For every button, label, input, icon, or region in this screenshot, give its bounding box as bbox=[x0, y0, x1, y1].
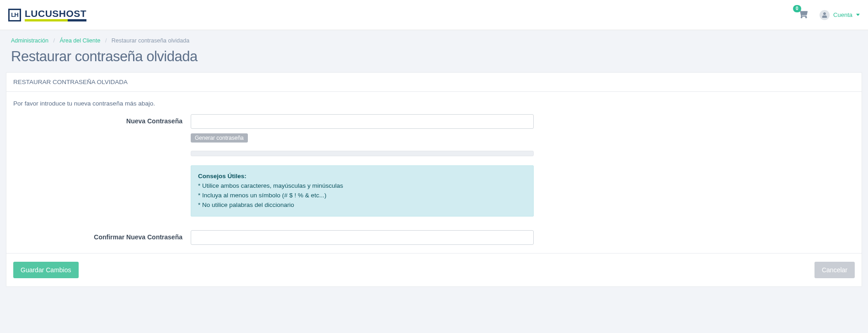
top-header: LH LUCUSHOST 0 Cuenta bbox=[0, 0, 868, 30]
tip-line-1: * Utilice ambos caracteres, mayúsculas y… bbox=[198, 182, 343, 189]
breadcrumb: Administración / Área del Cliente / Rest… bbox=[0, 30, 868, 45]
chevron-down-icon bbox=[856, 14, 860, 16]
panel-footer: Guardar Cambios Cancelar bbox=[6, 253, 862, 286]
account-label: Cuenta bbox=[833, 11, 852, 18]
breadcrumb-client-area[interactable]: Área del Cliente bbox=[59, 37, 100, 44]
user-icon bbox=[820, 10, 830, 20]
breadcrumb-current: Restaurar contraseña olvidada bbox=[112, 37, 189, 44]
logo-text: LUCUSHOST bbox=[25, 9, 86, 18]
tip-line-3: * No utilice palabras del diccionario bbox=[198, 201, 294, 208]
generate-password-button[interactable]: Generar contraseña bbox=[191, 133, 248, 143]
cancel-button[interactable]: Cancelar bbox=[814, 262, 855, 278]
logo-text-wrap: LUCUSHOST bbox=[25, 9, 86, 21]
tips-title: Consejos Útiles: bbox=[198, 173, 246, 180]
cart-button[interactable]: 0 bbox=[798, 10, 808, 20]
new-password-field-wrap: Generar contraseña Consejos Útiles: * Ut… bbox=[191, 114, 534, 217]
breadcrumb-separator: / bbox=[50, 37, 58, 44]
panel-heading: RESTAURAR CONTRASEÑA OLVIDADA bbox=[6, 73, 862, 92]
new-password-row: Nueva Contraseña Generar contraseña Cons… bbox=[13, 114, 855, 217]
page-title: Restaurar contraseña olvidada bbox=[0, 45, 868, 72]
account-dropdown[interactable]: Cuenta bbox=[820, 10, 860, 20]
logo[interactable]: LH LUCUSHOST bbox=[8, 9, 86, 21]
new-password-label: Nueva Contraseña bbox=[13, 114, 191, 217]
save-button[interactable]: Guardar Cambios bbox=[13, 262, 79, 278]
logo-mark: LH bbox=[8, 9, 21, 21]
password-strength-bar bbox=[191, 151, 534, 156]
tip-line-2: * Incluya al menos un símbolo (# $ ! % &… bbox=[198, 192, 327, 199]
breadcrumb-admin[interactable]: Administración bbox=[11, 37, 48, 44]
confirm-password-label: Confirmar Nueva Contraseña bbox=[13, 230, 191, 245]
confirm-password-input[interactable] bbox=[191, 230, 534, 245]
logo-underline bbox=[25, 19, 86, 21]
header-right: 0 Cuenta bbox=[798, 10, 860, 20]
new-password-input[interactable] bbox=[191, 114, 534, 129]
breadcrumb-separator: / bbox=[102, 37, 110, 44]
confirm-password-field-wrap bbox=[191, 230, 534, 245]
panel-body: Por favor introduce tu nueva contraseña … bbox=[6, 92, 862, 253]
password-tips: Consejos Útiles: * Utilice ambos caracte… bbox=[191, 165, 534, 217]
confirm-password-row: Confirmar Nueva Contraseña bbox=[13, 230, 855, 245]
intro-text: Por favor introduce tu nueva contraseña … bbox=[13, 100, 855, 107]
reset-password-panel: RESTAURAR CONTRASEÑA OLVIDADA Por favor … bbox=[6, 72, 862, 287]
cart-count-badge: 0 bbox=[793, 5, 801, 12]
